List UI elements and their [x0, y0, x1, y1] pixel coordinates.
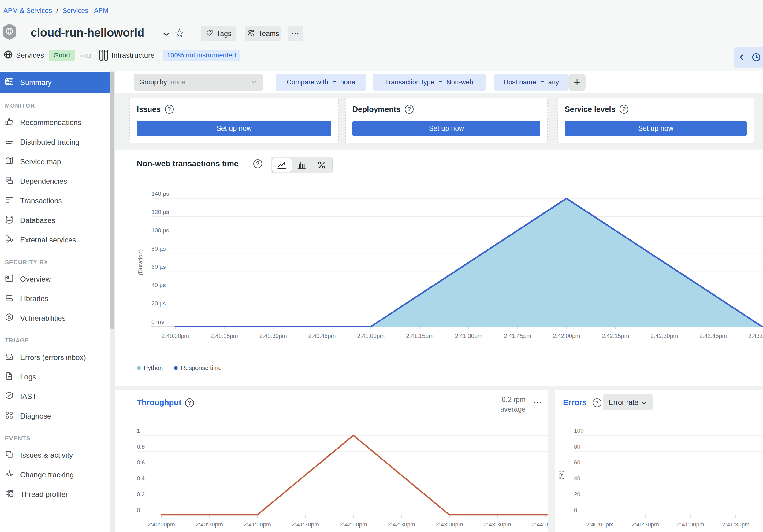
group-by-select[interactable]: Group by none — [134, 74, 263, 91]
throughput-average-stat: 0.2 rpm average — [500, 395, 526, 414]
list-icon — [4, 293, 14, 305]
sidebar-item-errors-inbox[interactable]: Errors (errors inbox) — [0, 348, 110, 367]
collapse-panel-button[interactable] — [734, 47, 749, 68]
sidebar-item-thread-profiler[interactable]: Thread profiler — [0, 485, 110, 504]
bar-chart-toggle[interactable] — [292, 158, 311, 172]
error-rate-select[interactable]: Error rate — [603, 395, 653, 410]
legend-item-python[interactable]: Python — [137, 364, 163, 372]
percent-toggle[interactable] — [312, 158, 331, 172]
add-filter-button[interactable]: + — [568, 74, 586, 91]
sidebar-item-distributed-tracing[interactable]: Distributed tracing — [0, 133, 110, 152]
stat-value: 0.2 rpm — [500, 395, 526, 404]
svg-text:2:41:15pm: 2:41:15pm — [406, 333, 434, 339]
issues-card-title: Issues — [137, 105, 161, 114]
chart-type-switcher — [271, 157, 333, 173]
chevron-down-icon[interactable] — [162, 32, 170, 39]
deployments-setup-button[interactable]: Set up now — [353, 121, 540, 136]
help-icon[interactable]: ? — [165, 105, 174, 114]
tags-button[interactable]: Tags — [201, 26, 236, 41]
sidebar-item-label: Vulnerabilities — [20, 314, 66, 322]
sidebar-item-diagnose[interactable]: Diagnose — [0, 406, 110, 426]
legend-label: Response time — [181, 364, 222, 372]
help-icon[interactable]: ? — [253, 159, 262, 168]
throughput-chart: 10.80.60.40.202:40:00pm2:40:30pm2:41:00p… — [129, 425, 548, 532]
sidebar-item-databases[interactable]: Databases — [0, 211, 110, 230]
line-chart-toggle[interactable] — [272, 158, 291, 172]
help-icon[interactable]: ? — [593, 399, 601, 407]
transactions-time-chart: 140 µs120 µs100 µs80 µs60 µs40 µs20 µs0 … — [129, 183, 763, 355]
svg-text:2:42:00pm: 2:42:00pm — [340, 521, 367, 528]
sidebar-item-issues-activity[interactable]: Issues & activity — [0, 445, 110, 465]
sidebar-item-overview[interactable]: Overview — [0, 269, 110, 289]
teams-button[interactable]: Teams — [245, 26, 281, 41]
sidebar-item-dependencies[interactable]: Dependencies — [0, 172, 110, 191]
svg-text:2:41:30pm: 2:41:30pm — [722, 521, 749, 528]
svg-text:2:44:00pm: 2:44:00pm — [532, 521, 548, 528]
service-name-title[interactable]: cloud-run-helloworld — [31, 26, 145, 40]
sidebar-item-external-services[interactable]: External services — [0, 230, 110, 250]
error-rate-select-value: Error rate — [608, 399, 638, 407]
help-icon[interactable]: ? — [185, 399, 194, 407]
four-dots-icon — [4, 410, 14, 422]
svg-text:20: 20 — [574, 491, 580, 497]
throughput-title-link[interactable]: Throughput — [137, 398, 181, 407]
time-picker-button[interactable] — [749, 47, 763, 68]
legend-item-response-time[interactable]: Response time — [174, 364, 222, 372]
inbox-icon — [4, 352, 14, 363]
breadcrumb-apm-services-link[interactable]: APM & Services — [3, 7, 52, 14]
svg-text:2:41:00pm: 2:41:00pm — [244, 521, 271, 528]
svg-text:(%): (%) — [558, 471, 564, 480]
svg-text:2:40:30pm: 2:40:30pm — [195, 521, 223, 528]
more-options-button[interactable]: ··· — [288, 26, 303, 41]
filter-pill-compare-with[interactable]: Compare with = none — [275, 74, 366, 91]
sidebar-scrollbar-thumb[interactable] — [110, 71, 114, 329]
svg-text:0 ms: 0 ms — [152, 318, 164, 325]
sidebar-item-transactions[interactable]: Transactions — [0, 191, 110, 211]
transactions-lines-icon — [4, 195, 14, 207]
toggle-icon[interactable] — [79, 52, 92, 61]
svg-text:80: 80 — [574, 443, 580, 450]
breadcrumb-services-apm-link[interactable]: Services - APM — [62, 7, 108, 14]
service-levels-setup-button[interactable]: Set up now — [565, 121, 747, 136]
sidebar-item-iast[interactable]: IAST — [0, 387, 110, 406]
infrastructure-status-badge[interactable]: 100% not instrumented — [163, 50, 240, 61]
sidebar-item-label: Issues & activity — [20, 451, 73, 460]
sidebar-item-label: IAST — [20, 392, 37, 401]
filter-value: none — [340, 78, 355, 86]
svg-text:60: 60 — [574, 459, 580, 466]
svg-text:20 µs: 20 µs — [152, 300, 166, 307]
svg-text:0.8: 0.8 — [137, 443, 145, 450]
favorite-star-icon[interactable]: ☆ — [174, 27, 185, 39]
sidebar-item-logs[interactable]: Logs — [0, 367, 110, 387]
sidebar-item-service-map[interactable]: Service map — [0, 152, 110, 172]
errors-title-link[interactable]: Errors — [563, 398, 587, 407]
throughput-menu-button[interactable]: ··· — [534, 398, 542, 407]
sidebar-item-label: Dependencies — [20, 177, 67, 186]
panel-divider — [115, 386, 763, 390]
svg-text:1: 1 — [137, 427, 140, 434]
svg-text:2:41:00pm: 2:41:00pm — [677, 521, 704, 528]
issues-setup-button[interactable]: Set up now — [137, 121, 331, 136]
sidebar-item-label: Logs — [20, 373, 36, 381]
filter-value: any — [548, 78, 559, 86]
svg-text:2:41:00pm: 2:41:00pm — [357, 333, 384, 339]
svg-text:2:40:45pm: 2:40:45pm — [308, 333, 336, 339]
sidebar-item-label: Databases — [20, 216, 55, 225]
transactions-time-panel: Non-web transactions time ? — [115, 150, 763, 386]
sidebar-item-vulnerabilities[interactable]: Vulnerabilities — [0, 309, 110, 328]
sidebar-item-libraries[interactable]: Libraries — [0, 289, 110, 309]
stat-caption: average — [500, 404, 526, 414]
help-icon[interactable]: ? — [619, 105, 628, 114]
chevron-left-icon — [738, 53, 745, 62]
svg-text:2:40:30pm: 2:40:30pm — [260, 333, 287, 339]
sidebar-item-label: Distributed tracing — [20, 138, 79, 146]
svg-text:2:40:00pm: 2:40:00pm — [148, 521, 175, 528]
filter-pill-transaction-type[interactable]: Transaction type = Non-web — [373, 74, 486, 91]
sidebar-item-label: Errors (errors inbox) — [20, 353, 86, 362]
sidebar-item-change-tracking[interactable]: Change tracking — [0, 465, 110, 485]
help-icon[interactable]: ? — [405, 105, 414, 114]
services-label: Services — [16, 51, 44, 60]
filter-pill-host-name[interactable]: Host name = any — [494, 74, 568, 91]
sidebar-item-summary[interactable]: Summary — [0, 72, 110, 93]
sidebar-item-recommendations[interactable]: Recommendations — [0, 113, 110, 133]
